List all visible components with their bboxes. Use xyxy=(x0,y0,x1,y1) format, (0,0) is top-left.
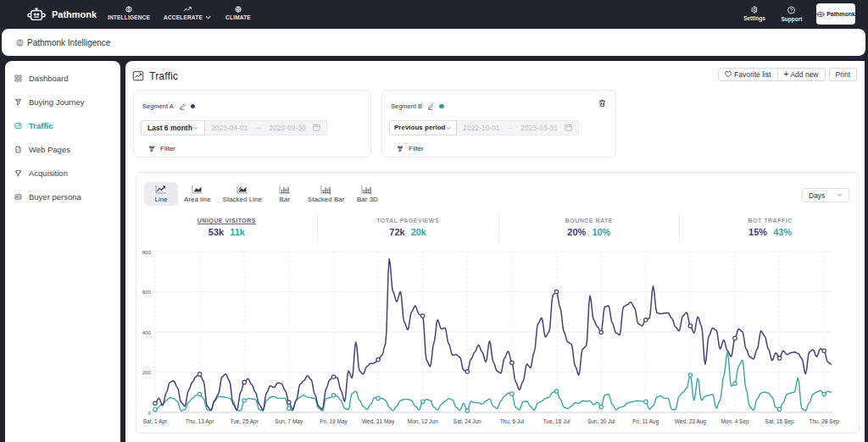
svg-text:Wed, 23 Aug: Wed, 23 Aug xyxy=(675,418,706,425)
svg-text:Fri, 11 Aug: Fri, 11 Aug xyxy=(632,418,659,425)
svg-text:Wed, 31 May: Wed, 31 May xyxy=(362,418,395,425)
svg-text:Sat, 1 Apr: Sat, 1 Apr xyxy=(143,418,168,425)
svg-text:Mon, 12 Jun: Mon, 12 Jun xyxy=(408,418,438,424)
svg-text:200: 200 xyxy=(142,369,152,375)
svg-text:Tue, 25 Apr: Tue, 25 Apr xyxy=(231,418,259,425)
svg-text:Sat, 16 Sep: Sat, 16 Sep xyxy=(765,418,794,425)
svg-text:600: 600 xyxy=(142,289,152,295)
svg-text:Sun, 30 Jul: Sun, 30 Jul xyxy=(587,418,615,424)
svg-text:Thu, 28 Sep: Thu, 28 Sep xyxy=(809,418,839,425)
svg-text:Mon, 4 Sep: Mon, 4 Sep xyxy=(721,418,749,425)
svg-text:Tue, 18 Jul: Tue, 18 Jul xyxy=(543,418,570,424)
svg-text:400: 400 xyxy=(142,329,152,335)
svg-text:Sun, 7 May: Sun, 7 May xyxy=(275,418,303,425)
svg-text:800: 800 xyxy=(142,249,152,255)
svg-text:Thu, 6 Jul: Thu, 6 Jul xyxy=(500,418,525,424)
svg-text:Sat, 24 Jun: Sat, 24 Jun xyxy=(453,418,481,424)
svg-text:0: 0 xyxy=(148,410,152,416)
svg-text:Thu, 13 Apr: Thu, 13 Apr xyxy=(186,418,214,425)
svg-text:Fri, 19 May: Fri, 19 May xyxy=(320,418,348,425)
